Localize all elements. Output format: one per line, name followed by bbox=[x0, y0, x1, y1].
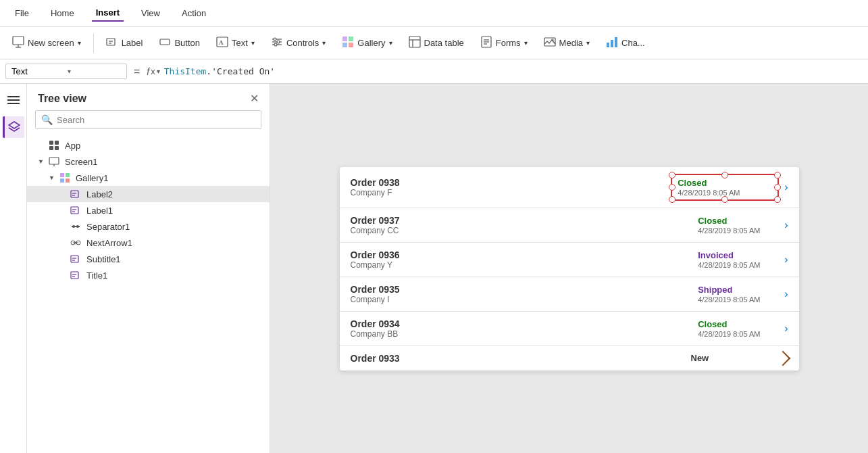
svg-point-14 bbox=[274, 43, 277, 46]
tree-close-button[interactable]: ✕ bbox=[250, 92, 259, 105]
formula-bar: Text ▾ = f x ▾ ThisItem.'Created On' bbox=[0, 59, 868, 84]
menu-home[interactable]: Home bbox=[47, 5, 78, 21]
sidebar-hamburger[interactable] bbox=[3, 89, 24, 111]
menu-view[interactable]: View bbox=[137, 5, 164, 21]
handle-tl[interactable] bbox=[669, 172, 675, 178]
row-title-0938: Order 0938 bbox=[351, 177, 671, 188]
fx-dropdown-icon: ▾ bbox=[157, 68, 160, 75]
row-status-text-0935: Shipped bbox=[698, 285, 779, 295]
new-screen-dropdown-icon: ▾ bbox=[78, 39, 81, 47]
tree-toggle-screen1[interactable]: ▼ bbox=[38, 158, 46, 165]
preview-card: Order 0938 Company F Closed 4/28/2019 8:… bbox=[340, 167, 799, 371]
controls-dropdown-icon: ▾ bbox=[322, 39, 326, 47]
data-table-button[interactable]: Data table bbox=[402, 32, 471, 54]
nextarrow-node-icon bbox=[70, 237, 81, 248]
row-status-0935: Shipped 4/28/2019 8:05 AM bbox=[698, 285, 779, 304]
row-info-0933: Order 0933 bbox=[351, 353, 691, 364]
media-button[interactable]: Media ▾ bbox=[537, 32, 596, 54]
gallery-dropdown-icon: ▾ bbox=[389, 39, 392, 47]
forms-button[interactable]: Forms ▾ bbox=[474, 32, 534, 54]
gallery-node-icon bbox=[59, 172, 70, 183]
svg-text:A: A bbox=[219, 39, 224, 46]
tree-item-screen1[interactable]: ▼ Screen1 bbox=[27, 153, 270, 170]
tree-title: Tree view bbox=[38, 93, 86, 105]
search-input[interactable] bbox=[57, 115, 255, 125]
row-arrow-0935[interactable]: › bbox=[784, 288, 788, 300]
tree-item-subtitle1[interactable]: Subtitle1 bbox=[27, 251, 270, 267]
row-title-0935: Order 0935 bbox=[351, 284, 698, 295]
sidebar-icons bbox=[0, 84, 27, 453]
tree-item-gallery1[interactable]: ▼ Gallery1 bbox=[27, 170, 270, 186]
row-sub-0938: Company F bbox=[351, 188, 671, 197]
tree-label-gallery1: Gallery1 bbox=[76, 173, 108, 183]
row-arrow-0936[interactable]: › bbox=[784, 254, 788, 266]
tree-item-app[interactable]: App bbox=[27, 137, 270, 153]
row-status-0938: Closed bbox=[678, 178, 772, 188]
row-status-0933: New bbox=[691, 353, 772, 364]
tree-item-nextarrow1[interactable]: NextArrow1 bbox=[27, 235, 270, 251]
handle-bl[interactable] bbox=[669, 196, 675, 203]
tree-item-separator1[interactable]: Separator1 bbox=[27, 218, 270, 235]
sidebar-layers-button[interactable] bbox=[3, 116, 24, 138]
menu-file[interactable]: File bbox=[11, 5, 33, 21]
gallery-row-0933[interactable]: Order 0933 New bbox=[340, 346, 799, 371]
svg-rect-58 bbox=[71, 256, 78, 262]
data-table-icon bbox=[409, 36, 421, 51]
svg-rect-36 bbox=[55, 141, 59, 145]
menu-bar: File Home Insert View Action bbox=[0, 0, 868, 27]
separator bbox=[93, 34, 94, 53]
menu-insert[interactable]: Insert bbox=[92, 5, 124, 22]
fx-label: f x ▾ bbox=[147, 66, 159, 77]
tree-label-subtitle1: Subtitle1 bbox=[86, 254, 121, 264]
svg-rect-19 bbox=[409, 37, 420, 47]
controls-button[interactable]: Controls ▾ bbox=[264, 32, 332, 54]
label-button[interactable]: Label bbox=[99, 32, 150, 54]
text-button[interactable]: A Text ▾ bbox=[209, 32, 261, 54]
gallery-row-0937[interactable]: Order 0937 Company CC Closed 4/28/2019 8… bbox=[340, 208, 799, 243]
row-arrow-0934[interactable]: › bbox=[784, 323, 788, 335]
row-status-0934: Closed 4/28/2019 8:05 AM bbox=[698, 319, 779, 338]
label1-node-icon bbox=[70, 205, 81, 216]
row-sub-0935: Company I bbox=[351, 295, 698, 304]
tree-panel: Tree view ✕ 🔍 App ▼ Screen1 bbox=[27, 84, 270, 453]
row-arrow-0938[interactable]: › bbox=[784, 181, 788, 193]
tree-item-label2[interactable]: Label2 bbox=[27, 186, 270, 202]
handle-ml[interactable] bbox=[669, 184, 675, 191]
gallery-row-0935[interactable]: Order 0935 Company I Shipped 4/28/2019 8… bbox=[340, 277, 799, 312]
new-screen-button[interactable]: New screen ▾ bbox=[5, 32, 88, 54]
svg-marker-34 bbox=[9, 122, 20, 128]
row-arrow-0937[interactable]: › bbox=[784, 219, 788, 231]
handle-tm[interactable] bbox=[721, 172, 728, 178]
handle-bm[interactable] bbox=[721, 196, 728, 203]
svg-rect-16 bbox=[349, 37, 353, 41]
property-selector[interactable]: Text ▾ bbox=[5, 64, 127, 79]
row-date-0936: 4/28/2019 8:05 AM bbox=[698, 261, 779, 269]
row-title-0934: Order 0934 bbox=[351, 318, 698, 329]
svg-rect-48 bbox=[71, 207, 78, 214]
app-icon bbox=[49, 140, 59, 151]
tree-label-label1: Label1 bbox=[86, 206, 113, 216]
handle-mr[interactable] bbox=[774, 184, 781, 191]
svg-rect-42 bbox=[66, 173, 70, 177]
svg-rect-37 bbox=[49, 146, 53, 150]
gallery-row-0936[interactable]: Order 0936 Company Y Invoiced 4/28/2019 … bbox=[340, 243, 799, 277]
gallery-button[interactable]: Gallery ▾ bbox=[335, 32, 399, 54]
handle-br[interactable] bbox=[774, 196, 781, 203]
tree-header: Tree view ✕ bbox=[27, 84, 270, 110]
chart-button[interactable]: Cha... bbox=[599, 32, 652, 54]
screen-icon bbox=[49, 156, 59, 167]
handle-tr[interactable] bbox=[774, 172, 781, 178]
tree-item-title1[interactable]: Title1 bbox=[27, 267, 270, 283]
text-dropdown-icon: ▾ bbox=[251, 39, 255, 47]
button-button[interactable]: Button bbox=[152, 32, 207, 54]
tree-item-label1[interactable]: Label1 bbox=[27, 202, 270, 218]
row-arrow-0933[interactable] bbox=[775, 350, 790, 366]
row-info-0936: Order 0936 Company Y bbox=[351, 249, 698, 270]
formula-input[interactable]: ThisItem.'Created On' bbox=[164, 66, 863, 76]
gallery-row-0934[interactable]: Order 0934 Company BB Closed 4/28/2019 8… bbox=[340, 312, 799, 346]
svg-point-57 bbox=[75, 242, 77, 244]
gallery-row-0938[interactable]: Order 0938 Company F Closed 4/28/2019 8:… bbox=[340, 167, 799, 208]
tree-toggle-gallery1[interactable]: ▼ bbox=[49, 174, 57, 181]
menu-action[interactable]: Action bbox=[178, 5, 210, 21]
main-layout: Tree view ✕ 🔍 App ▼ Screen1 bbox=[0, 84, 868, 453]
